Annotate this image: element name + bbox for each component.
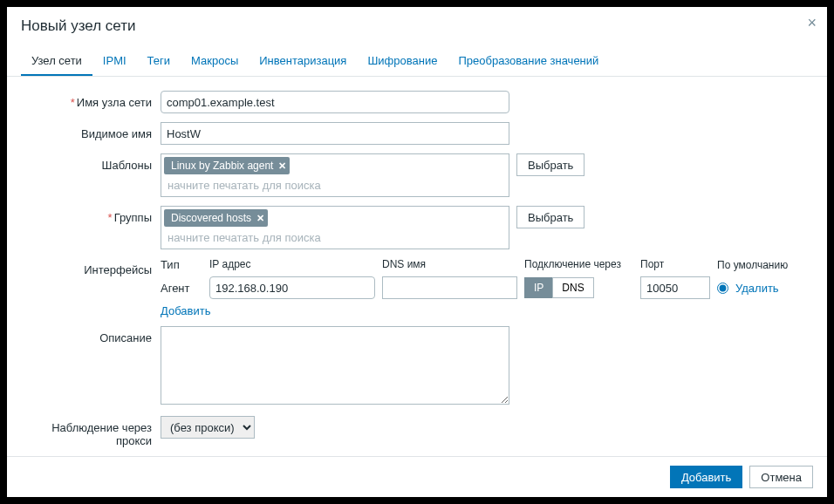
add-interface-link[interactable]: Добавить <box>161 304 210 317</box>
label-host-name: *Имя узла сети <box>21 91 161 109</box>
label-groups: *Группы <box>21 206 161 224</box>
iface-default-radio[interactable] <box>717 283 728 294</box>
iface-h-ip: IP адрес <box>209 258 375 271</box>
description-textarea[interactable] <box>161 326 509 405</box>
modal-title: Новый узел сети <box>21 17 813 35</box>
cancel-button[interactable]: Отмена <box>749 466 813 488</box>
iface-port-input[interactable] <box>640 276 710 299</box>
iface-remove-link[interactable]: Удалить <box>735 282 779 295</box>
modal-new-host: × Новый узел сети Узел сети IPMI Теги Ма… <box>7 7 827 497</box>
iface-type-label: Агент <box>161 282 202 295</box>
tab-host[interactable]: Узел сети <box>21 47 92 76</box>
tab-inventory[interactable]: Инвентаризация <box>249 47 357 76</box>
tab-ipmi[interactable]: IPMI <box>92 47 137 76</box>
iface-h-type: Тип <box>161 258 202 271</box>
tab-encryption[interactable]: Шифрование <box>357 47 448 76</box>
group-tag: Discovered hosts ✕ <box>164 209 268 227</box>
iface-h-dns: DNS имя <box>382 258 517 271</box>
conn-dns-button[interactable]: DNS <box>552 277 593 298</box>
tab-valuemap[interactable]: Преобразование значений <box>448 47 609 76</box>
tab-tags[interactable]: Теги <box>137 47 181 76</box>
label-proxy: Наблюдение через прокси <box>21 416 161 447</box>
conn-ip-button[interactable]: IP <box>524 277 552 298</box>
modal-footer: Добавить Отмена <box>7 456 827 497</box>
remove-group-icon[interactable]: ✕ <box>256 213 264 224</box>
host-name-input[interactable] <box>161 91 509 113</box>
iface-ip-input[interactable] <box>209 276 375 299</box>
groups-placeholder: начните печатать для поиска <box>164 229 506 246</box>
close-icon[interactable]: × <box>807 14 817 32</box>
label-visible-name: Видимое имя <box>21 122 161 140</box>
iface-row: Агент IP DNS Удалить <box>161 276 813 299</box>
iface-h-conn: Подключение через <box>524 258 633 271</box>
label-templates: Шаблоны <box>21 153 161 172</box>
select-templates-button[interactable]: Выбрать <box>516 153 584 176</box>
iface-dns-input[interactable] <box>382 276 517 299</box>
label-description: Описание <box>21 326 161 344</box>
groups-input[interactable]: Discovered hosts ✕ начните печатать для … <box>161 206 509 249</box>
modal-header: Новый узел сети <box>7 7 827 42</box>
iface-h-def: По умолчанию <box>717 258 800 271</box>
iface-conn-toggle: IP DNS <box>524 277 594 298</box>
form-body: *Имя узла сети Видимое имя Шаблоны Linux… <box>7 77 827 456</box>
remove-template-icon[interactable]: ✕ <box>278 160 286 172</box>
iface-header-row: Тип IP адрес DNS имя Подключение через П… <box>161 258 813 271</box>
add-button[interactable]: Добавить <box>670 466 742 488</box>
select-groups-button[interactable]: Выбрать <box>516 206 584 228</box>
template-tag: Linux by Zabbix agent ✕ <box>164 157 290 174</box>
tab-macros[interactable]: Макросы <box>181 47 249 76</box>
visible-name-input[interactable] <box>161 122 509 145</box>
label-interfaces: Интерфейсы <box>21 258 161 276</box>
iface-h-port: Порт <box>640 258 710 271</box>
proxy-select[interactable]: (без прокси) <box>161 416 255 439</box>
tab-bar: Узел сети IPMI Теги Макросы Инвентаризац… <box>7 47 827 77</box>
templates-placeholder: начните печатать для поиска <box>164 177 506 194</box>
templates-input[interactable]: Linux by Zabbix agent ✕ начните печатать… <box>161 153 509 197</box>
